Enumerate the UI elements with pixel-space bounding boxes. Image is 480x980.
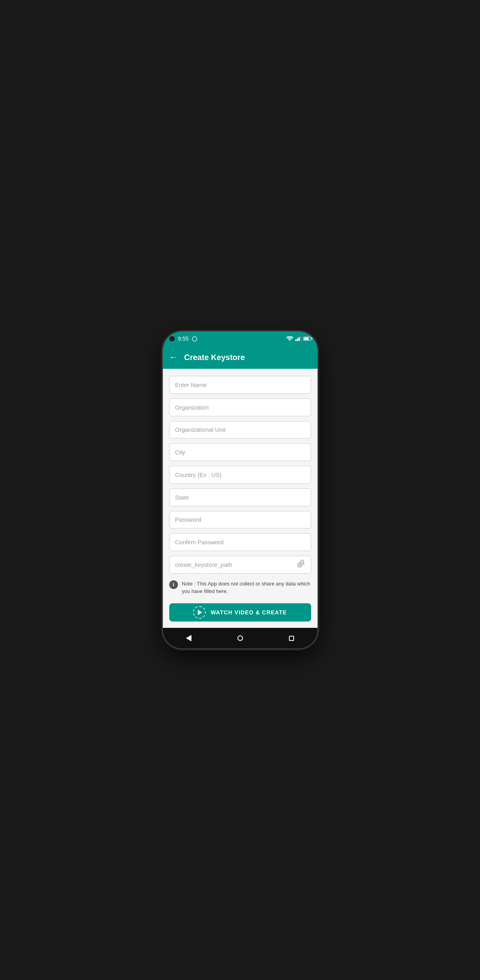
wifi-icon (286, 336, 293, 341)
watch-video-create-label: WATCH VIDEO & CREATE (210, 609, 287, 616)
protection-icon: ◯ (192, 336, 197, 341)
organization-field-wrapper (169, 398, 311, 416)
keystore-path-field-wrapper (169, 556, 311, 574)
note-section: i Note : This App does not collect or sh… (169, 578, 311, 597)
status-left: 9:55 ◯ (169, 336, 197, 342)
state-input[interactable] (175, 494, 305, 501)
organization-input[interactable] (175, 404, 305, 411)
signal-icon (295, 336, 301, 341)
confirm-password-field-wrapper (169, 533, 311, 551)
status-right (286, 336, 311, 341)
play-triangle-icon (198, 610, 202, 615)
org-unit-field-wrapper (169, 421, 311, 439)
battery-icon (303, 337, 311, 341)
status-time: 9:55 (178, 336, 189, 342)
app-bar: ← Create Keystore (163, 346, 317, 369)
name-field-wrapper (169, 376, 311, 394)
password-field-wrapper (169, 511, 311, 529)
state-field-wrapper (169, 488, 311, 506)
back-button[interactable]: ← (169, 352, 178, 362)
city-input[interactable] (175, 449, 305, 456)
name-input[interactable] (175, 381, 305, 388)
status-bar: 9:55 ◯ (163, 332, 317, 346)
confirm-password-input[interactable] (175, 539, 305, 545)
back-nav-button[interactable] (186, 635, 191, 641)
watch-video-create-button[interactable]: WATCH VIDEO & CREATE (169, 603, 311, 622)
keystore-path-input[interactable] (175, 561, 297, 568)
screen-content: i Note : This App does not collect or sh… (163, 369, 317, 628)
app-title: Create Keystore (184, 353, 245, 362)
org-unit-input[interactable] (175, 426, 305, 433)
country-input[interactable] (175, 471, 305, 478)
note-text: Note : This App does not collect or shar… (182, 580, 311, 595)
attach-icon[interactable] (297, 559, 305, 570)
password-input[interactable] (175, 516, 305, 523)
bottom-nav (163, 628, 317, 648)
city-field-wrapper (169, 443, 311, 461)
info-icon: i (169, 580, 178, 589)
camera-dot (169, 336, 175, 341)
country-field-wrapper (169, 466, 311, 484)
play-circle-icon (193, 606, 206, 619)
recents-nav-button[interactable] (289, 636, 294, 641)
home-nav-button[interactable] (237, 635, 243, 641)
phone-frame: 9:55 ◯ ← Create K (163, 332, 317, 648)
